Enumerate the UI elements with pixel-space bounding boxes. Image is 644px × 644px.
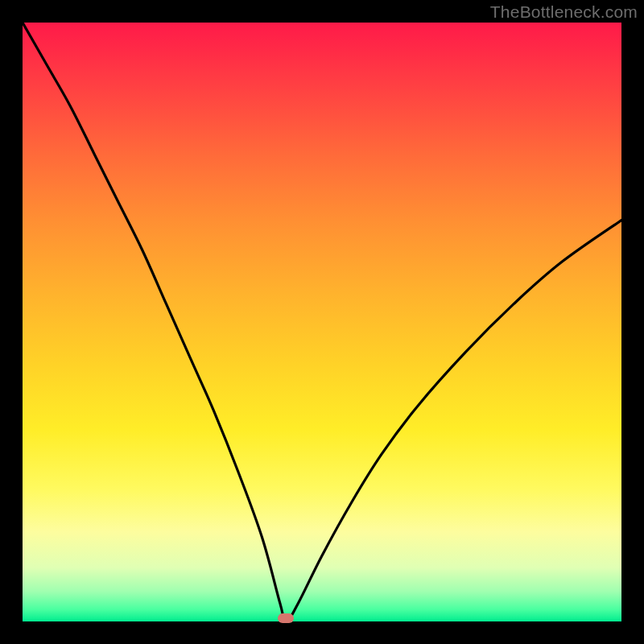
chart-frame: TheBottleneck.com <box>0 0 644 644</box>
bottleneck-curve <box>23 23 621 621</box>
chart-plot-area <box>23 23 621 621</box>
minimum-marker <box>278 613 294 623</box>
watermark-text: TheBottleneck.com <box>490 2 638 22</box>
